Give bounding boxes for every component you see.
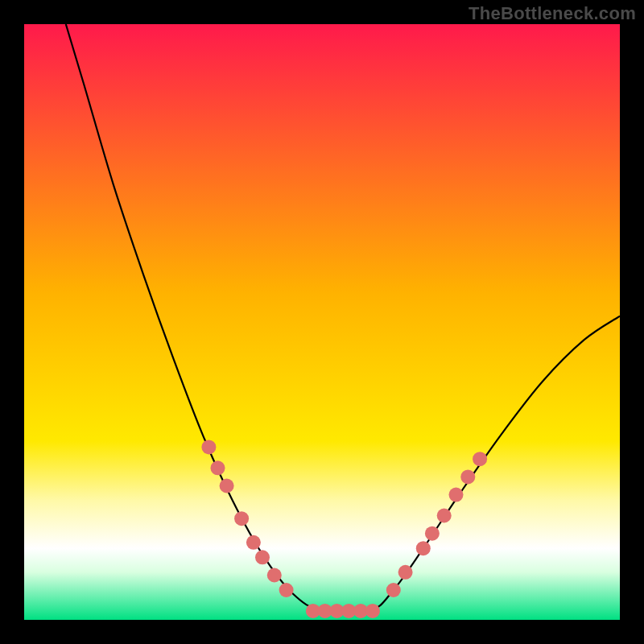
marker-right [425, 526, 440, 541]
marker-left [267, 568, 282, 583]
gradient-background [24, 24, 620, 620]
marker-left [246, 535, 261, 550]
marker-right [398, 565, 413, 580]
marker-right [416, 541, 431, 555]
marker-flat [365, 604, 380, 618]
marker-right [473, 452, 487, 466]
chart-svg [0, 0, 644, 644]
chart-container: TheBottleneck.com [0, 0, 644, 644]
marker-left [201, 440, 216, 454]
marker-right [437, 509, 452, 523]
marker-left [220, 479, 234, 493]
marker-left [255, 550, 270, 564]
marker-right [460, 469, 475, 484]
marker-left [279, 583, 294, 597]
marker-left [234, 511, 249, 526]
marker-left [211, 460, 225, 475]
marker-right [449, 488, 464, 502]
marker-right [386, 583, 401, 597]
